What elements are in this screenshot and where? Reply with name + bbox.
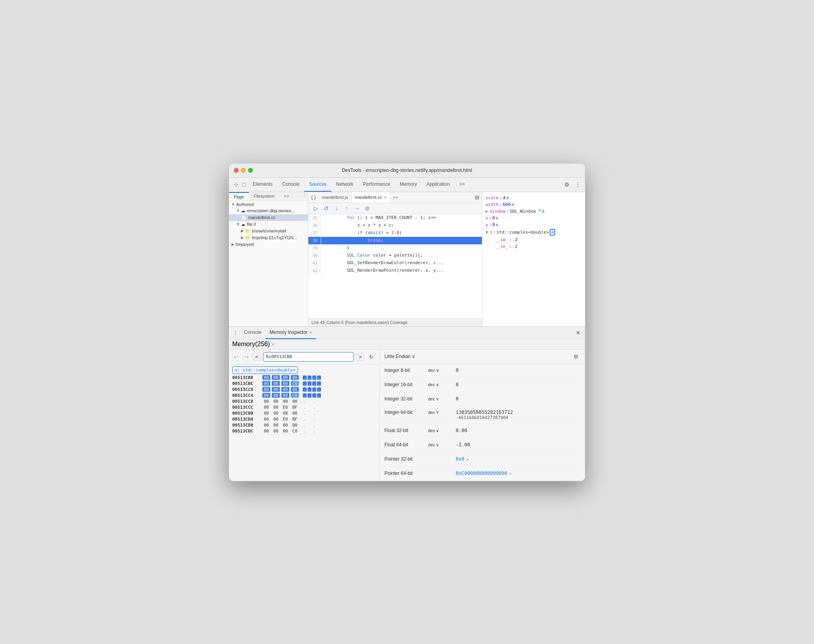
emscripten-arrow: ▼ — [236, 209, 240, 213]
tab-console[interactable]: Console — [277, 177, 304, 192]
scope-x: x : 0 ⊞ — [482, 215, 585, 221]
step-over-btn[interactable]: ↺ — [322, 204, 331, 213]
hex-row-CCC: 00513CCC 00 00 E0 BF . . — [229, 404, 379, 410]
interpretation-settings-icon[interactable]: ⚙ — [571, 352, 580, 361]
maximize-button[interactable] — [248, 168, 253, 173]
close-memory-inspector-icon[interactable]: ✕ — [309, 330, 312, 335]
z-chip-highlighted[interactable]: ⊞ — [550, 229, 555, 236]
interp-ptr64: Pointer 64-bit 0xC000000000000000 ↗ — [380, 467, 585, 481]
scope-im: __im_ : -2 — [482, 236, 585, 243]
chip-icon-window[interactable]: ⊞ — [542, 209, 544, 213]
tree-tmp[interactable]: ▶ 📁 tmp/tmp.ELcTq2YGN... — [229, 234, 308, 241]
chip-icon-y[interactable]: ⊞ — [496, 223, 498, 227]
code-line-35: 35 for (; i < MAX_ITER_COUNT - 1; i++ — [308, 214, 482, 222]
step-into-btn[interactable]: ↓ — [332, 204, 341, 213]
int64-format[interactable]: dec ∨ — [428, 410, 456, 415]
z-expand[interactable]: ▼ — [485, 230, 488, 235]
tab-elements[interactable]: Elements — [248, 177, 277, 192]
file-arrow: ▼ — [236, 222, 240, 226]
float64-format[interactable]: dec ∨ — [428, 442, 456, 448]
tab-network[interactable]: Network — [331, 177, 358, 192]
chip-icon-width[interactable]: ⊞ — [512, 202, 514, 207]
int16-format[interactable]: dec ∨ — [428, 382, 456, 387]
resume-btn[interactable]: ▷ — [311, 204, 320, 213]
ptr64-link-icon[interactable]: ↗ — [509, 471, 512, 476]
tab-sidebar-more[interactable]: >> — [279, 192, 294, 201]
scope-panel: scale : 4 ⊞ width : 600 ⊞ ▶ window : SDL… — [482, 192, 585, 326]
minimize-button[interactable] — [241, 168, 246, 173]
tree-deployed[interactable]: ▶ Deployed — [229, 241, 308, 248]
tree-authored[interactable]: ▼ Authored — [229, 201, 308, 208]
main-tabbar: ⊹ □ Elements Console Sources Network Per… — [229, 178, 585, 192]
inspect-icon[interactable]: ⊹ — [232, 181, 240, 189]
close-memory-tab-icon[interactable]: ✕ — [271, 342, 275, 347]
deactivate-btn[interactable]: ⊘ — [363, 204, 372, 213]
endian-selector[interactable]: Little Endian ∨ — [384, 354, 415, 359]
interp-float64: Float 64-bit dec ∨ -2.00 — [380, 438, 585, 452]
bottom-menu-icon[interactable]: ⋮ — [232, 330, 239, 336]
tab-page[interactable]: Page — [229, 192, 249, 201]
close-button[interactable] — [234, 168, 239, 173]
editor-tab-mandelbrot-js[interactable]: mandelbrot.js — [319, 192, 352, 203]
editor-tab-mandelbrot-cc[interactable]: mandelbrot.cc ✕ — [352, 192, 390, 203]
memory-hex-panel: ↩ ↪ < > ↻ z: std::complex<double> 00513C… — [229, 350, 380, 481]
chip-icon-scale[interactable]: ⊞ — [506, 196, 508, 200]
hex-row-CD4: 00513CD4 00 00 E0 BF . . — [229, 416, 379, 422]
more-tabs-icon[interactable]: >> — [390, 195, 400, 200]
code-line-41: 41 SDL_SetRenderDrawColor(renderer, c... — [308, 259, 482, 267]
int8-format-chevron: ∨ — [436, 368, 439, 373]
refresh-btn[interactable]: ↻ — [367, 352, 376, 362]
tab-more[interactable]: >> — [455, 177, 470, 192]
tab-performance[interactable]: Performance — [358, 177, 395, 192]
install-arrow: ▶ — [241, 229, 244, 233]
hex-row-CDC: 00513CDC 00 00 00 C0 . . — [229, 428, 379, 434]
tree-file[interactable]: ▼ ☁ file:// — [229, 221, 308, 228]
step-out-btn[interactable]: ↑ — [342, 204, 351, 213]
tree-file-label: file:// — [247, 222, 256, 227]
traffic-lights — [234, 168, 253, 173]
interp-int64: Integer 64-bit dec ∨ 1383505805528216371… — [380, 406, 585, 424]
close-tab-icon[interactable]: ✕ — [384, 195, 387, 200]
tree-install[interactable]: ▶ 📁 b/s/w/ir/x/w/install — [229, 228, 308, 234]
tree-emscripten[interactable]: ▼ ☁ emscripten-dbg-stories... — [229, 208, 308, 214]
int8-format[interactable]: dec ∨ — [428, 368, 456, 373]
tmp-arrow: ▶ — [241, 236, 244, 240]
interp-int32: Integer 32-bit dec ∨ 0 — [380, 392, 585, 406]
settings-icon[interactable]: ⚙ — [563, 181, 571, 189]
tab-sources[interactable]: Sources — [304, 177, 331, 192]
more-options-icon[interactable]: ⋮ — [574, 181, 582, 189]
device-icon[interactable]: □ — [240, 181, 248, 189]
history-back-btn[interactable]: ↩ — [232, 353, 240, 361]
tab-memory[interactable]: Memory — [395, 177, 422, 192]
step-btn[interactable]: → — [353, 204, 361, 213]
tree-deployed-label: Deployed — [235, 242, 254, 247]
tab-filesystem[interactable]: Filesystem — [249, 192, 279, 201]
hex-row-CC8: 00513CC8 00 00 00 00 . . — [229, 398, 379, 404]
tab-application[interactable]: Application — [422, 177, 455, 192]
sidebar-menu-icon[interactable]: ⋮ — [302, 192, 308, 198]
int64-format-chevron: ∨ — [436, 410, 439, 415]
float64-format-chevron: ∨ — [436, 442, 439, 448]
hex-view: 00513CB8 00 00 00 00 . . . . — [229, 375, 379, 481]
memory-256-tab[interactable]: Memory(256) ✕ — [232, 341, 275, 348]
next-addr-btn[interactable]: > — [356, 353, 364, 361]
prev-addr-btn[interactable]: < — [253, 353, 261, 361]
code-editor-area: { } mandelbrot.js mandelbrot.cc ✕ >> ▤ ▷… — [308, 192, 482, 326]
window-expand[interactable]: ▶ — [485, 209, 488, 214]
tab-console-bottom[interactable]: Console — [240, 326, 266, 339]
history-forward-btn[interactable]: ↪ — [243, 353, 250, 361]
int32-format[interactable]: dec ∨ — [428, 396, 456, 402]
tree-mandelbrot-cc[interactable]: 📄 mandelbrot.cc — [229, 214, 308, 221]
interp-int8: Integer 8-bit dec ∨ 0 — [380, 364, 585, 378]
address-input[interactable] — [263, 352, 354, 362]
code-view: 35 for (; i < MAX_ITER_COUNT - 1; i++ 36… — [308, 214, 482, 318]
tab-memory-inspector[interactable]: Memory Inspector ✕ — [266, 326, 316, 339]
close-bottom-panel-icon[interactable]: ✕ — [575, 329, 582, 336]
format-icon[interactable]: { } — [310, 194, 317, 201]
code-line-40: 40 SDL_Color color = palette[i]; — [308, 252, 482, 259]
chip-icon-x[interactable]: ⊞ — [496, 216, 498, 220]
interp-float32: Float 32-bit dec ∨ 0.00 — [380, 424, 585, 438]
sidebar-toggle-icon[interactable]: ▤ — [473, 194, 480, 201]
float32-format[interactable]: dec ∨ — [428, 428, 456, 433]
ptr32-link-icon[interactable]: ↗ — [466, 457, 469, 462]
